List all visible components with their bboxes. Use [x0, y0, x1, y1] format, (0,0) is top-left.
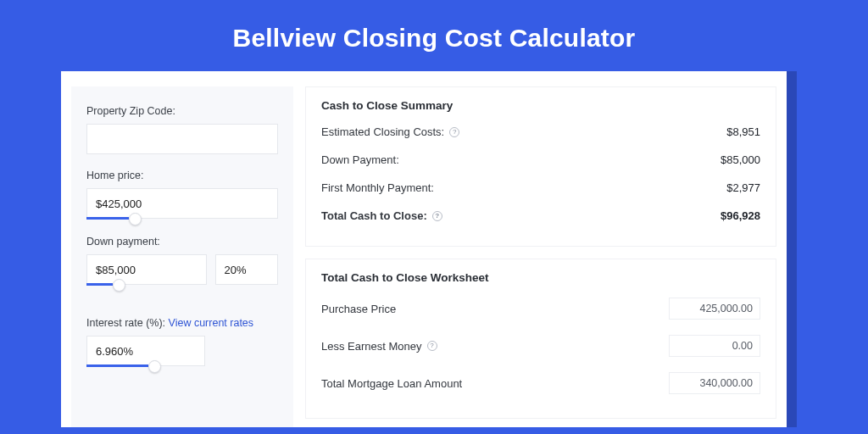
slider-thumb[interactable]: [129, 213, 142, 225]
worksheet-row-label: Total Mortgage Loan Amount: [321, 377, 462, 390]
rate-label-row: Interest rate (%): View current rates: [86, 317, 278, 329]
summary-row-label: Estimated Closing Costs:: [321, 125, 444, 138]
zip-label: Property Zip Code:: [86, 105, 278, 117]
worksheet-row-label: Less Earnest Money: [321, 340, 422, 353]
help-icon[interactable]: ?: [432, 211, 442, 221]
down-payment-input[interactable]: [86, 254, 207, 285]
home-price-slider[interactable]: [86, 188, 278, 219]
home-price-input[interactable]: [86, 188, 278, 219]
rate-label: Interest rate (%):: [86, 317, 169, 329]
worksheet-row: Total Mortgage Loan Amount: [321, 372, 760, 394]
summary-row: First Monthly Payment: $2,977: [321, 181, 760, 194]
down-payment-label: Down payment:: [86, 236, 278, 248]
slider-track: [86, 217, 129, 220]
worksheet-input[interactable]: [669, 298, 760, 320]
down-payment-slider[interactable]: [86, 254, 207, 285]
calculator-card: Property Zip Code: Home price: Down paym…: [61, 71, 787, 427]
summary-row-value: $2,977: [726, 181, 760, 194]
summary-row: Down Payment: $85,000: [321, 153, 760, 166]
rate-group: Interest rate (%): View current rates: [86, 317, 278, 366]
help-icon[interactable]: ?: [427, 341, 437, 351]
summary-row: Estimated Closing Costs:? $8,951: [321, 125, 760, 138]
slider-track: [86, 283, 113, 286]
slider-thumb[interactable]: [113, 279, 125, 292]
card-shadow: Property Zip Code: Home price: Down paym…: [71, 71, 797, 427]
rate-input[interactable]: [86, 336, 205, 366]
slider-track: [86, 364, 148, 367]
summary-row-label: Down Payment:: [321, 153, 399, 166]
worksheet-panel: Total Cash to Close Worksheet Purchase P…: [305, 259, 776, 419]
help-icon[interactable]: ?: [449, 127, 459, 137]
summary-row-value: $85,000: [721, 153, 760, 166]
zip-group: Property Zip Code:: [86, 105, 278, 154]
summary-panel: Cash to Close Summary Estimated Closing …: [305, 86, 776, 247]
worksheet-row: Less Earnest Money?: [321, 335, 760, 357]
worksheet-heading: Total Cash to Close Worksheet: [321, 271, 760, 284]
worksheet-input[interactable]: [669, 335, 760, 357]
summary-heading: Cash to Close Summary: [321, 99, 760, 112]
summary-row-value: $8,951: [726, 125, 760, 138]
worksheet-input[interactable]: [669, 372, 760, 394]
home-price-group: Home price:: [86, 170, 278, 219]
summary-total-row: Total Cash to Close:? $96,928: [321, 209, 760, 222]
results-column: Cash to Close Summary Estimated Closing …: [305, 86, 776, 427]
slider-thumb[interactable]: [148, 360, 161, 373]
worksheet-row: Purchase Price: [321, 298, 760, 320]
worksheet-row-label: Purchase Price: [321, 303, 396, 315]
summary-total-label: Total Cash to Close:: [321, 209, 427, 222]
input-panel: Property Zip Code: Home price: Down paym…: [71, 86, 293, 427]
home-price-label: Home price:: [86, 170, 278, 181]
page-title: Bellview Closing Cost Calculator: [0, 0, 868, 71]
down-payment-pct-input[interactable]: [215, 254, 278, 285]
summary-total-value: $96,928: [721, 209, 760, 222]
summary-row-label: First Monthly Payment:: [321, 181, 434, 194]
zip-input[interactable]: [86, 124, 278, 154]
down-payment-group: Down payment:: [86, 236, 278, 302]
rate-slider[interactable]: [86, 336, 205, 366]
view-rates-link[interactable]: View current rates: [169, 317, 254, 329]
